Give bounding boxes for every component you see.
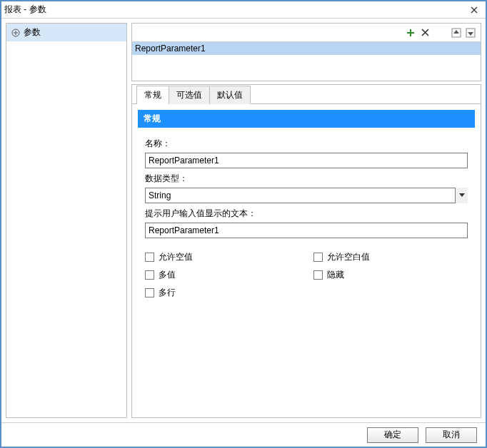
- close-button[interactable]: [466, 4, 483, 16]
- delete-icon: [421, 29, 429, 36]
- dialog-button-bar: 确定 取消: [1, 422, 486, 447]
- dialog-window: 报表 - 参数 参数: [0, 0, 487, 448]
- name-input[interactable]: [145, 153, 468, 168]
- checkbox-box: [313, 270, 323, 280]
- section-header-general: 常规: [138, 110, 475, 128]
- parameters-icon: [11, 28, 21, 38]
- checkbox-label: 隐藏: [327, 269, 344, 281]
- right-panel: ReportParameter1 常规 可选值 默认值 常规 名称： 数据类型：: [131, 23, 481, 418]
- parameter-list[interactable]: ReportParameter1: [132, 42, 481, 81]
- window-title: 报表 - 参数: [4, 4, 466, 16]
- prompt-input[interactable]: [145, 223, 468, 238]
- move-up-button[interactable]: [451, 27, 462, 39]
- checkbox-grid: 允许空值 允许空白值 多值 隐藏: [138, 247, 475, 303]
- checkbox-hidden[interactable]: 隐藏: [313, 269, 468, 281]
- checkbox-box: [145, 253, 154, 262]
- plus-icon: [406, 29, 415, 37]
- checkbox-label: 允许空白值: [327, 251, 370, 263]
- prompt-label: 提示用户输入值显示的文本：: [145, 208, 468, 220]
- checkbox-allow-null[interactable]: 允许空值: [145, 251, 299, 263]
- datatype-select[interactable]: String: [145, 188, 468, 203]
- checkbox-box: [313, 253, 323, 262]
- tab-available-values[interactable]: 可选值: [169, 86, 210, 104]
- checkbox-multivalue[interactable]: 多值: [145, 269, 299, 281]
- ok-button[interactable]: 确定: [367, 427, 418, 443]
- add-parameter-button[interactable]: [405, 27, 416, 39]
- arrow-up-icon: [451, 28, 461, 38]
- tab-default-values[interactable]: 默认值: [209, 86, 251, 104]
- checkbox-multiline[interactable]: 多行: [145, 287, 299, 299]
- title-bar: 报表 - 参数: [1, 1, 486, 19]
- close-icon: [471, 6, 478, 14]
- content-area: 参数: [1, 19, 486, 422]
- parameter-tree-panel: 参数: [6, 23, 127, 418]
- datatype-value: String: [149, 190, 171, 200]
- checkbox-label: 允许空值: [159, 251, 193, 263]
- tab-body-general: 常规 名称： 数据类型： String 提示用户输入值显示的文本：: [132, 103, 481, 417]
- form-area: 名称： 数据类型： String 提示用户输入值显示的文本：: [138, 132, 475, 243]
- delete-parameter-button[interactable]: [419, 27, 431, 39]
- tabs-header: 常规 可选值 默认值: [132, 86, 481, 104]
- parameter-list-box: ReportParameter1: [131, 23, 481, 81]
- parameter-list-item-label: ReportParameter1: [135, 44, 206, 54]
- tree-root-parameters[interactable]: 参数: [6, 24, 126, 41]
- checkbox-label: 多行: [159, 287, 176, 299]
- checkbox-box: [145, 270, 154, 280]
- parameter-toolbar: [132, 24, 481, 42]
- tree-root-label: 参数: [24, 26, 41, 39]
- select-arrow[interactable]: [455, 188, 468, 203]
- name-label: 名称：: [145, 138, 468, 150]
- checkbox-label: 多值: [159, 269, 176, 281]
- chevron-down-icon: [459, 193, 465, 198]
- parameter-list-item[interactable]: ReportParameter1: [132, 42, 481, 55]
- move-down-button[interactable]: [465, 27, 476, 39]
- datatype-label: 数据类型：: [145, 173, 468, 185]
- tab-general[interactable]: 常规: [136, 86, 169, 104]
- tabs-container: 常规 可选值 默认值 常规 名称： 数据类型： String: [131, 84, 481, 418]
- cancel-button[interactable]: 取消: [426, 427, 477, 443]
- arrow-down-icon: [466, 28, 476, 38]
- checkbox-allow-blank[interactable]: 允许空白值: [313, 251, 468, 263]
- checkbox-box: [145, 288, 154, 297]
